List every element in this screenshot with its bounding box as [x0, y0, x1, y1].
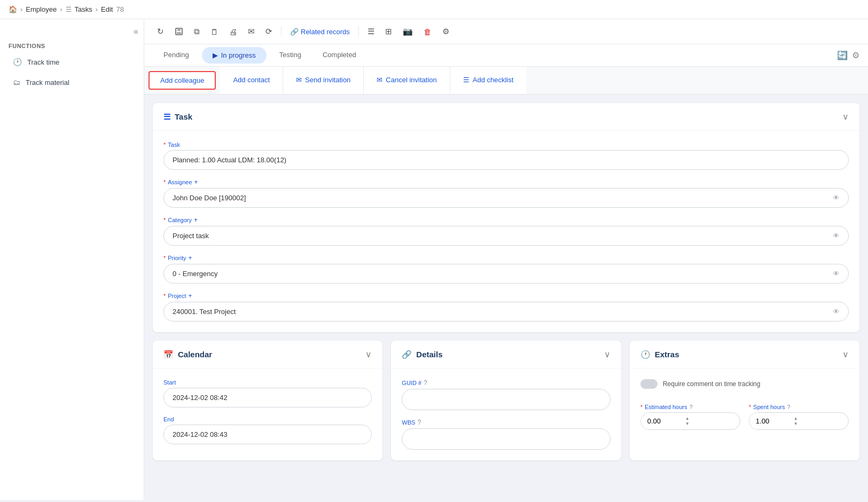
- status-tab-in-progress[interactable]: ▶ In progress: [202, 47, 267, 64]
- add-contact-label: Add contact: [233, 76, 270, 84]
- cancel-invitation-tab[interactable]: ✉ Cancel invitation: [364, 67, 450, 94]
- duplicate-button[interactable]: ⧉: [190, 23, 204, 40]
- calendar-card-collapse-button[interactable]: ∨: [365, 349, 372, 359]
- task-card-header: ☰ Task ∨: [153, 103, 859, 131]
- task-value: Planned: 1.00 Actual LDM: 18.00(12): [173, 156, 286, 164]
- task-card-collapse-button[interactable]: ∨: [842, 112, 849, 122]
- refresh-button[interactable]: ↻: [153, 23, 168, 40]
- add-checklist-tab[interactable]: ☰ Add checklist: [450, 67, 527, 94]
- estimated-hours-down[interactable]: ▼: [685, 421, 690, 427]
- assignee-eye-icon[interactable]: 👁: [833, 194, 840, 202]
- sidebar-item-track-material[interactable]: 🗂 Track material: [4, 73, 139, 92]
- guid-help-icon[interactable]: ?: [424, 379, 427, 387]
- category-field-group: * Category + Project task 👁: [163, 216, 849, 246]
- category-field-input[interactable]: Project task 👁: [163, 226, 849, 246]
- assignee-field-input[interactable]: John Doe Doe [190002] 👁: [163, 188, 849, 208]
- add-contact-tab[interactable]: Add contact: [220, 67, 283, 94]
- spent-hours-input[interactable]: [749, 413, 792, 429]
- task-card: ☰ Task ∨ * Task Planned: 1.00 Actual LDM…: [153, 103, 859, 332]
- settings-button[interactable]: ⚙: [438, 23, 453, 40]
- history-button[interactable]: ⟳: [261, 23, 277, 40]
- status-settings-icon[interactable]: ⚙: [852, 50, 859, 60]
- sidebar-collapse-button[interactable]: «: [134, 27, 138, 36]
- estimated-hours-input[interactable]: [641, 413, 684, 429]
- project-add-btn[interactable]: +: [189, 292, 192, 300]
- spent-hours-down[interactable]: ▼: [793, 421, 799, 427]
- status-tab-testing[interactable]: Testing: [269, 44, 312, 66]
- task-field-label: * Task: [163, 142, 849, 148]
- print-button[interactable]: 🖨: [225, 24, 241, 40]
- delete-button[interactable]: 🗑: [419, 24, 436, 40]
- category-eye-icon[interactable]: 👁: [833, 232, 840, 240]
- wbs-field-input[interactable]: [402, 428, 610, 450]
- status-refresh-icon[interactable]: 🔄: [837, 50, 848, 60]
- bottom-cards: 📅 Calendar ∨ Start 2024-12-02 08:42: [153, 341, 859, 460]
- status-tab-completed[interactable]: Completed: [312, 44, 367, 66]
- spent-hours-label: * Spent hours ?: [749, 404, 849, 410]
- calendar-card-body: Start 2024-12-02 08:42 End 2024-12-02 08…: [153, 368, 382, 455]
- calendar-icon: 📅: [163, 350, 174, 359]
- home-icon[interactable]: 🏠: [9, 5, 17, 13]
- add-colleague-tab[interactable]: Add colleague: [148, 71, 216, 90]
- snapshot-button[interactable]: 📷: [398, 23, 417, 40]
- send-invitation-envelope-icon: ✉: [296, 76, 302, 84]
- priority-add-btn[interactable]: +: [189, 254, 192, 262]
- project-field-input[interactable]: 240001. Test Project 👁: [163, 302, 849, 321]
- spent-hours-up[interactable]: ▲: [793, 416, 799, 421]
- extras-card-title: 🕐 Extras: [640, 350, 679, 359]
- breadcrumb-employee[interactable]: Employee: [26, 5, 57, 13]
- extras-card-header: 🕐 Extras ∨: [630, 341, 859, 368]
- hours-grid: * Estimated hours ? ▲ ▼: [640, 404, 849, 430]
- breadcrumb-edit[interactable]: Edit: [101, 5, 113, 13]
- status-bar: Pending ▶ In progress Testing Completed …: [144, 44, 868, 67]
- details-link-icon: 🔗: [402, 350, 412, 359]
- project-eye-icon[interactable]: 👁: [833, 308, 840, 316]
- spent-hours-group: * Spent hours ? ▲ ▼: [749, 404, 849, 430]
- breadcrumb: 🏠 › Employee › ☰ Tasks › Edit 78: [0, 0, 868, 19]
- estimated-help-icon[interactable]: ?: [689, 404, 692, 410]
- task-field-input[interactable]: Planned: 1.00 Actual LDM: 18.00(12): [163, 150, 849, 170]
- note-button[interactable]: 🗒: [206, 24, 223, 40]
- action-bar: Add colleague Add contact ✉ Send invitat…: [144, 67, 868, 95]
- category-add-btn[interactable]: +: [194, 216, 198, 224]
- sidebar-track-time-label: Track time: [27, 58, 59, 66]
- category-field-label: * Category +: [163, 216, 849, 224]
- sidebar-item-track-time[interactable]: 🕐 Track time: [4, 52, 139, 72]
- mail-button[interactable]: ✉: [244, 23, 259, 40]
- end-value: 2024-12-02 08:43: [173, 430, 228, 438]
- status-tab-pending[interactable]: Pending: [153, 44, 200, 66]
- estimated-hours-up[interactable]: ▲: [685, 416, 690, 421]
- in-progress-prefix: ▶: [213, 51, 218, 59]
- guid-field-group: GUID # ?: [402, 379, 610, 410]
- list-view-button[interactable]: ☰: [363, 23, 379, 40]
- details-card-title: 🔗 Details: [402, 350, 442, 359]
- extras-card-collapse-button[interactable]: ∨: [842, 349, 849, 359]
- require-comment-toggle[interactable]: [640, 379, 658, 389]
- details-card-body: GUID # ? WBS ?: [391, 368, 621, 460]
- send-invitation-tab[interactable]: ✉ Send invitation: [283, 67, 364, 94]
- wbs-help-icon[interactable]: ?: [417, 419, 421, 426]
- calendar-card: 📅 Calendar ∨ Start 2024-12-02 08:42: [153, 341, 382, 460]
- breadcrumb-tasks[interactable]: Tasks: [75, 5, 92, 13]
- assignee-field-label: * Assignee +: [163, 178, 849, 186]
- priority-eye-icon[interactable]: 👁: [833, 270, 840, 278]
- details-card-collapse-button[interactable]: ∨: [604, 349, 611, 359]
- estimated-hours-spinners: ▲ ▼: [684, 415, 691, 428]
- start-field-input[interactable]: 2024-12-02 08:42: [163, 388, 372, 407]
- save-button[interactable]: [170, 24, 187, 39]
- assignee-add-btn[interactable]: +: [194, 178, 198, 186]
- in-progress-label: In progress: [221, 51, 256, 59]
- main-content: ↻ ⧉ 🗒 🖨 ✉ ⟳ 🔗 Related records ☰ ⊞ 📷 🗑 ⚙ …: [144, 19, 868, 500]
- require-comment-label: Require comment on time tracking: [663, 380, 761, 388]
- briefcase-icon: 🗂: [13, 78, 20, 87]
- task-card-title: ☰ Task: [163, 112, 192, 122]
- related-records-button[interactable]: 🔗 Related records: [286, 25, 354, 39]
- category-value: Project task: [173, 232, 209, 240]
- cancel-invitation-label: Cancel invitation: [386, 76, 436, 84]
- grid-view-button[interactable]: ⊞: [381, 23, 396, 40]
- priority-field-group: * Priority + 0 - Emergency 👁: [163, 254, 849, 284]
- spent-help-icon[interactable]: ?: [787, 404, 790, 410]
- guid-field-input[interactable]: [402, 389, 610, 410]
- end-field-input[interactable]: 2024-12-02 08:43: [163, 425, 372, 444]
- priority-field-input[interactable]: 0 - Emergency 👁: [163, 264, 849, 284]
